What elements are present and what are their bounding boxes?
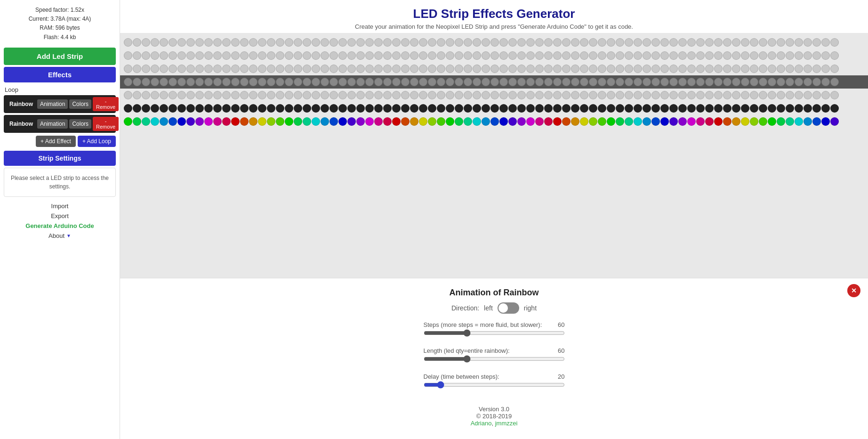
led-dot [508, 38, 517, 47]
tag-animation-2[interactable]: Animation [37, 119, 68, 129]
led-dot [643, 117, 651, 126]
led-strip-4 [124, 78, 839, 86]
led-dot [643, 104, 651, 113]
led-dot [294, 38, 302, 47]
tag-colors-1[interactable]: Colors [69, 99, 91, 109]
strip-settings-button[interactable]: Strip Settings [4, 151, 116, 166]
led-dot [625, 117, 633, 126]
add-led-strip-button[interactable]: Add Led Strip [4, 48, 116, 65]
led-dot [267, 91, 275, 99]
led-dot [446, 117, 454, 126]
led-dot [267, 51, 275, 60]
led-dot [750, 91, 758, 99]
effect-row-1: Rainbow Animation Colors - Remove i [4, 95, 116, 113]
effects-button[interactable]: Effects [4, 67, 116, 82]
led-dot [562, 38, 571, 47]
led-dot [741, 65, 749, 73]
led-dot [213, 65, 222, 73]
led-dot [347, 38, 356, 47]
led-dot [374, 65, 383, 73]
led-dot [553, 38, 562, 47]
led-dot [231, 91, 240, 99]
direction-toggle[interactable] [498, 302, 519, 314]
led-dot [804, 91, 812, 99]
led-dot [795, 104, 803, 113]
led-dot [517, 65, 526, 73]
led-dot [383, 38, 392, 47]
loop-label: Loop [4, 84, 116, 93]
led-dot [499, 117, 508, 126]
import-link[interactable]: Import [51, 203, 69, 210]
led-dot [490, 104, 499, 113]
led-dot [714, 51, 723, 60]
led-dot [285, 117, 293, 126]
led-dot [142, 78, 150, 86]
led-dot [142, 91, 150, 99]
led-dot [276, 65, 284, 73]
add-effect-button[interactable]: + Add Effect [36, 136, 76, 147]
remove-button-1[interactable]: - Remove [93, 97, 119, 111]
length-slider[interactable] [424, 355, 565, 363]
led-dot [830, 104, 839, 113]
tag-animation-1[interactable]: Animation [37, 99, 68, 109]
led-dot [240, 117, 249, 126]
tag-colors-2[interactable]: Colors [69, 119, 91, 129]
adriano-link[interactable]: Adriano [471, 420, 492, 427]
led-dot [392, 91, 401, 99]
led-dot [669, 104, 678, 113]
steps-slider-item: Steps (more steps = more fluid, but slow… [424, 321, 565, 339]
led-dot [795, 117, 803, 126]
led-dot [338, 117, 347, 126]
main-content: LED Strip Effects Generator Create your … [120, 0, 868, 439]
generate-arduino-link[interactable]: Generate Arduino Code [25, 222, 94, 229]
led-dot [830, 65, 839, 73]
sidebar: Speed factor: 1.52x Current: 3.78A (max:… [0, 0, 120, 439]
led-dot [508, 117, 517, 126]
led-dot [687, 78, 696, 86]
led-dot [204, 117, 213, 126]
add-loop-button[interactable]: + Add Loop [78, 136, 116, 147]
led-dot [321, 117, 329, 126]
led-dot [687, 117, 696, 126]
sidebar-nav: Import Export Generate Arduino Code Abou… [4, 203, 116, 239]
led-dot [607, 117, 615, 126]
export-link[interactable]: Export [51, 212, 69, 220]
led-strip-2 [124, 51, 839, 60]
led-dot [589, 117, 597, 126]
delay-slider[interactable] [424, 381, 565, 389]
led-dot [786, 117, 794, 126]
led-dot [571, 117, 579, 126]
led-strip-rainbow [124, 117, 839, 126]
led-dot [124, 51, 132, 60]
led-dot [804, 78, 812, 86]
led-dot [437, 104, 445, 113]
close-animation-button[interactable]: ✕ [847, 284, 860, 297]
led-dot [383, 117, 392, 126]
remove-button-2[interactable]: - Remove [93, 117, 119, 131]
led-dot [330, 91, 338, 99]
led-dot [249, 104, 257, 113]
length-label: Length (led qty=entire rainbow): [424, 347, 550, 354]
led-dot [759, 65, 767, 73]
steps-slider[interactable] [424, 329, 565, 337]
led-dot [723, 104, 731, 113]
page-subtitle: Create your animation for the Neopixel L… [120, 23, 868, 30]
led-dot [142, 65, 150, 73]
about-link[interactable]: About [48, 232, 64, 239]
led-dot [356, 104, 365, 113]
jmmzzei-link[interactable]: jmmzzei [495, 420, 518, 427]
led-dot [777, 91, 785, 99]
led-dot [607, 78, 615, 86]
led-dot [464, 104, 472, 113]
led-strip-5 [124, 91, 839, 99]
led-dot [544, 117, 553, 126]
led-dot [625, 38, 633, 47]
led-dot [598, 91, 606, 99]
led-dot [598, 78, 606, 86]
led-dot [347, 78, 356, 86]
led-dot [186, 104, 195, 113]
led-dot [133, 91, 141, 99]
led-dot [455, 104, 463, 113]
led-dot [526, 51, 535, 60]
led-dot [777, 78, 785, 86]
